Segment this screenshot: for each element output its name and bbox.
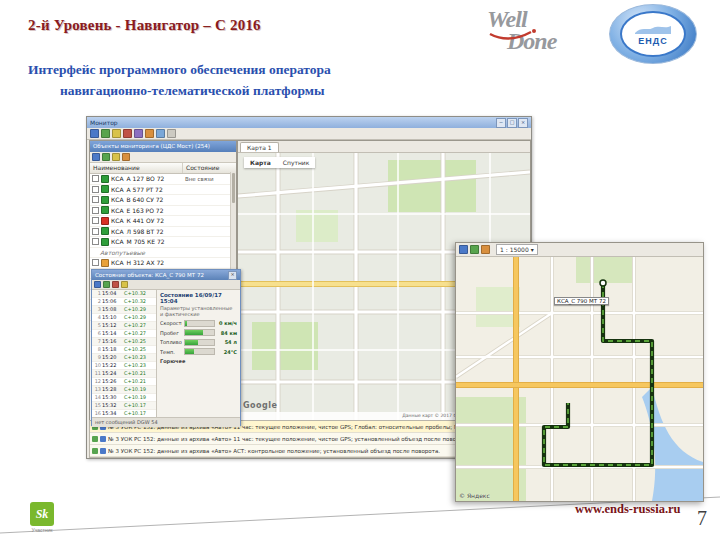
- map-type-map-button[interactable]: Карта: [244, 157, 277, 168]
- status-window-title: Состояние объекта: КСА_С 790 МТ 72: [95, 270, 204, 280]
- slide-subtitle: Интерфейс программного обеспечения опера…: [28, 60, 331, 102]
- message-row[interactable]: 415:10С+10.29: [92, 314, 156, 322]
- page-number: 7: [697, 507, 707, 530]
- param-label: Скорость: [160, 320, 182, 326]
- message-row[interactable]: 1615:34С+10.17: [92, 410, 156, 417]
- close-button[interactable]: ×: [518, 118, 528, 128]
- message-row[interactable]: 615:14С+10.27: [92, 330, 156, 338]
- log-status-icon: [92, 448, 98, 454]
- toolbar-icon[interactable]: [112, 129, 121, 138]
- toolbar-icon[interactable]: [123, 129, 132, 138]
- vehicle-row[interactable]: КСА_В 640 СУ 72: [90, 195, 236, 206]
- vehicle-row[interactable]: КСА_Н 312 АХ 72: [90, 258, 236, 269]
- log-text: № 3 УОК РС 152: данные из архива «Авто» …: [108, 436, 471, 442]
- message-row[interactable]: 815:18С+10.25: [92, 346, 156, 354]
- vehicle-row[interactable]: КСА_А 127 ВО 72Вне связи: [90, 174, 236, 185]
- checkbox-icon[interactable]: [92, 186, 99, 193]
- checkbox-icon[interactable]: [92, 238, 99, 245]
- vehicle-row[interactable]: КСА_Е 163 РО 72: [90, 206, 236, 217]
- message-row[interactable]: 1415:30С+10.19: [92, 394, 156, 402]
- toolbar-icon[interactable]: [122, 153, 130, 161]
- app-window-title: Монитор: [90, 119, 118, 126]
- toolbar-icon[interactable]: [134, 129, 143, 138]
- toolbar-icon[interactable]: [103, 281, 110, 288]
- message-row[interactable]: 515:12С+10.27: [92, 322, 156, 330]
- message-row[interactable]: 715:16С+10.25: [92, 338, 156, 346]
- vehicle-status-icon: [101, 175, 109, 183]
- column-header-name[interactable]: Наименование: [90, 163, 183, 173]
- status-window-title-bar[interactable]: Состояние объекта: КСА_С 790 МТ 72 ×: [92, 270, 240, 280]
- toolbar-icon[interactable]: [459, 245, 468, 254]
- param-value: 54 л: [217, 339, 237, 345]
- route-map-canvas[interactable]: [456, 257, 703, 501]
- vehicle-name: КСА_А 127 ВО 72: [111, 175, 183, 182]
- toolbar-icon[interactable]: [102, 153, 110, 161]
- status-detail-panel: Состояние 16/09/17 15:04 Параметры устан…: [157, 290, 240, 417]
- minimize-button[interactable]: ─: [496, 118, 506, 128]
- vehicle-row[interactable]: КСА_Л 598 ВТ 72: [90, 227, 236, 238]
- vehicle-status-icon: [101, 227, 109, 235]
- message-row[interactable]: 1115:24С+10.21: [92, 370, 156, 378]
- toolbar-icon[interactable]: [94, 281, 101, 288]
- toolbar-icon[interactable]: [112, 281, 119, 288]
- vehicle-status-icon: [101, 196, 109, 204]
- toolbar-icon[interactable]: [112, 153, 120, 161]
- message-row[interactable]: 1315:28С+10.19: [92, 386, 156, 394]
- ends-logo: ЕНДС: [609, 4, 697, 64]
- vehicle-state: Вне связи: [185, 176, 214, 182]
- message-row[interactable]: 1015:22С+10.23: [92, 362, 156, 370]
- message-row[interactable]: 1215:26С+10.21: [92, 378, 156, 386]
- google-logo: Google: [243, 401, 277, 410]
- route-map-toolbar: 1 : 15000 ▾: [456, 243, 703, 257]
- tab-map-1[interactable]: Карта 1: [240, 142, 279, 152]
- message-row[interactable]: 315:08С+10.29: [92, 306, 156, 314]
- checkbox-icon[interactable]: [92, 217, 99, 224]
- toolbar-icon[interactable]: [121, 281, 128, 288]
- toolbar-icon[interactable]: [470, 245, 479, 254]
- slide-title: 2-й Уровень - Навигатор – С 2016: [28, 17, 261, 34]
- message-row[interactable]: 915:20С+10.23: [92, 354, 156, 362]
- toolbar-icon[interactable]: [167, 129, 176, 138]
- object-status-window: Состояние объекта: КСА_С 790 МТ 72 × 115…: [91, 269, 241, 426]
- vehicle-list-column-headers[interactable]: Наименование Состояние: [90, 163, 236, 174]
- vehicle-status-icon: [101, 185, 109, 193]
- checkbox-icon[interactable]: [92, 207, 99, 214]
- checkbox-icon[interactable]: [92, 175, 99, 182]
- checkbox-icon[interactable]: [92, 228, 99, 235]
- message-time-list[interactable]: 115:04С+10.32215:06С+10.32315:08С+10.294…: [92, 290, 157, 417]
- checkbox-icon[interactable]: [92, 196, 99, 203]
- route-map-window: 1 : 15000 ▾: [455, 242, 704, 502]
- log-type-icon: [100, 448, 106, 454]
- toolbar-icon[interactable]: [101, 129, 110, 138]
- toolbar-icon[interactable]: [90, 129, 99, 138]
- vehicle-status-icon: [101, 206, 109, 214]
- vehicle-row[interactable]: КСА_М 705 КЕ 72: [90, 237, 236, 248]
- vehicle-name: КСА_Н 312 АХ 72: [111, 259, 183, 266]
- message-row[interactable]: 1515:32С+10.17: [92, 402, 156, 410]
- message-row[interactable]: 215:06С+10.32: [92, 298, 156, 306]
- log-status-icon: [92, 436, 98, 442]
- welldone-logo-text-top: Well: [487, 8, 573, 30]
- toolbar-icon[interactable]: [481, 245, 490, 254]
- vehicle-group-label[interactable]: Автопутьевые: [90, 248, 236, 259]
- param-progress-bar: [184, 348, 215, 355]
- toolbar-icon[interactable]: [145, 129, 154, 138]
- map-scale-select[interactable]: 1 : 15000 ▾: [496, 244, 538, 255]
- vehicle-map-label[interactable]: КСА_С 790 МТ 72: [554, 297, 609, 305]
- message-row[interactable]: 115:04С+10.32: [92, 290, 156, 298]
- subtitle-line-2: навигационно-телематической платформы: [28, 81, 331, 102]
- vehicle-row[interactable]: КСА_А 577 РТ 72: [90, 185, 236, 196]
- param-label: Топливо: [160, 339, 182, 345]
- scrollbar-thumb[interactable]: [232, 173, 235, 203]
- maximize-button[interactable]: □: [507, 118, 517, 128]
- vehicle-name: КСА_К 441 ОУ 72: [111, 217, 183, 224]
- vehicle-row[interactable]: КСА_К 441 ОУ 72: [90, 216, 236, 227]
- toolbar-icon[interactable]: [156, 129, 165, 138]
- app-title-bar[interactable]: Монитор ─ □ ×: [87, 117, 531, 128]
- close-icon[interactable]: ×: [228, 271, 237, 280]
- map-type-satellite-button[interactable]: Спутник: [277, 157, 316, 168]
- toolbar-icon[interactable]: [92, 153, 100, 161]
- checkbox-icon[interactable]: [92, 259, 99, 266]
- footer-website-url: www.ends-russia.ru: [575, 502, 681, 517]
- column-header-state[interactable]: Состояние: [183, 163, 222, 173]
